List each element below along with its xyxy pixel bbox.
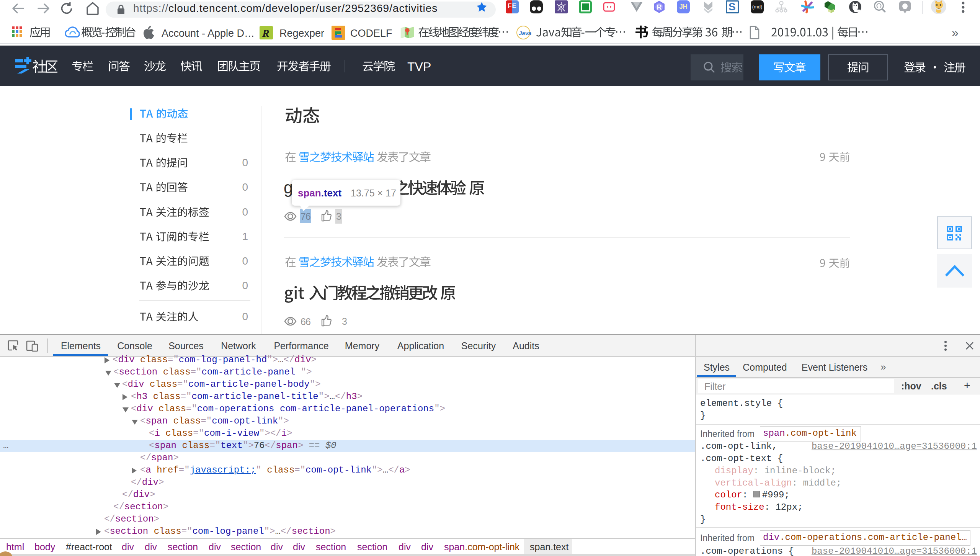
svg-text:R: R xyxy=(657,3,662,11)
